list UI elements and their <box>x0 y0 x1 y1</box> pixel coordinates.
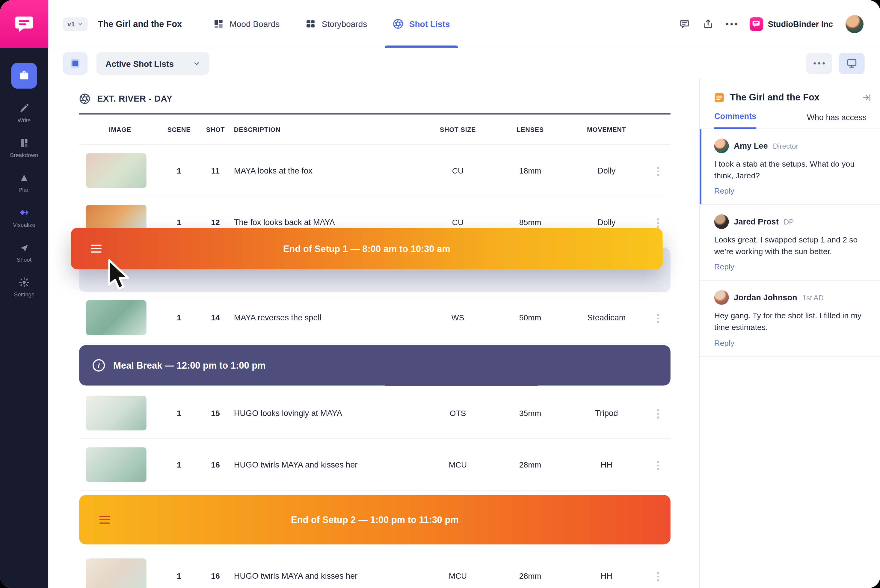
account-name: StudioBinder Inc <box>768 20 833 28</box>
shot-row[interactable]: 1 11 MAYA looks at the fox CU 18mm Dolly <box>79 145 670 196</box>
sidebar-item-shoot[interactable]: Shoot <box>17 242 31 262</box>
scene-heading-text: EXT. RIVER - DAY <box>97 94 172 104</box>
commenter-name: Jordan Johnson <box>734 293 797 302</box>
mountain-icon <box>19 172 30 183</box>
shot-list-selector[interactable]: Active Shot Lists <box>96 52 209 75</box>
reply-link[interactable]: Reply <box>714 262 869 271</box>
scene-heading: EXT. RIVER - DAY <box>79 93 699 104</box>
shot-size: MCU <box>423 571 493 580</box>
col-shot-size: SHOT SIZE <box>423 126 493 132</box>
gear-icon <box>19 277 30 288</box>
tab-comments[interactable]: Comments <box>714 112 756 129</box>
row-menu-button[interactable] <box>654 458 663 473</box>
sidebar-item-write[interactable]: Write <box>18 103 31 123</box>
col-scene: SCENE <box>161 126 197 132</box>
aperture-icon <box>393 19 403 29</box>
banner-label: End of Setup 1 — 8:00 am to 10:30 am <box>283 243 450 254</box>
overflow-menu-button[interactable] <box>726 23 737 25</box>
shot-row[interactable]: 1 16 HUGO twirls MAYA and kisses her MCU… <box>79 439 670 490</box>
shot-lenses: 35mm <box>493 408 567 417</box>
tab-label: Shot Lists <box>409 19 450 29</box>
scene-number: 1 <box>161 408 197 417</box>
setup-banner-2[interactable]: End of Setup 2 — 1:00 pm to 11:30 pm <box>79 495 670 544</box>
sidebar-item-settings[interactable]: Settings <box>14 277 34 297</box>
shot-row[interactable]: 1 15 HUGO looks lovingly at MAYA OTS 35m… <box>79 387 670 439</box>
row-menu-button[interactable] <box>654 568 663 584</box>
shot-thumbnail[interactable] <box>86 447 147 482</box>
sidebar-item-plan[interactable]: Plan <box>19 172 30 193</box>
shot-description: HUGO looks lovingly at MAYA <box>234 408 423 417</box>
present-icon <box>846 58 857 69</box>
tab-who-has-access[interactable]: Who has access <box>807 112 867 128</box>
panel-title: The Girl and the Fox <box>730 92 820 103</box>
shot-size: OTS <box>423 408 493 417</box>
shot-thumbnail[interactable] <box>86 395 147 430</box>
pen-icon <box>19 103 30 114</box>
sidebar-item-shot-lists[interactable] <box>11 63 37 89</box>
shot-movement: HH <box>567 571 646 580</box>
account-switcher[interactable]: StudioBinder Inc <box>750 17 833 31</box>
meal-break-banner[interactable]: i Meal Break — 12:00 pm to 1:00 pm <box>79 345 670 386</box>
drag-handle-icon[interactable] <box>99 516 110 524</box>
studiobinder-logo[interactable] <box>0 0 48 48</box>
chevron-down-icon <box>193 60 200 67</box>
reply-link[interactable]: Reply <box>714 338 869 347</box>
scene-number: 1 <box>161 571 197 580</box>
version-selector[interactable]: v1 <box>63 17 88 31</box>
shot-thumbnail[interactable] <box>86 153 147 188</box>
info-icon: i <box>93 359 105 371</box>
view-toggle-button[interactable] <box>63 52 87 75</box>
comment-item[interactable]: Jared Prost DP Looks great. I swapped se… <box>700 205 880 281</box>
shot-description: HUGO twirls MAYA and kisses her <box>234 571 423 580</box>
tab-storyboards[interactable]: Storyboards <box>306 0 367 48</box>
project-title: The Girl and the Fox <box>98 19 182 29</box>
shot-movement: Tripod <box>567 408 646 417</box>
banner-label: Meal Break — 12:00 pm to 1:00 pm <box>113 360 265 371</box>
sidebar-item-breakdown[interactable]: Breakdown <box>10 138 38 158</box>
send-icon <box>19 242 30 253</box>
comment-item[interactable]: Amy Lee Director I took a stab at the se… <box>700 129 880 205</box>
shot-size: CU <box>423 218 493 226</box>
row-menu-button[interactable] <box>654 406 663 422</box>
shot-thumbnail[interactable] <box>86 300 147 335</box>
commenter-avatar <box>714 214 729 229</box>
sidebar-item-visualize[interactable]: Visualize <box>13 207 35 228</box>
shot-thumbnail[interactable] <box>86 558 147 588</box>
shot-lenses: 28mm <box>493 571 567 580</box>
tab-label: Storyboards <box>322 19 367 29</box>
reply-link[interactable]: Reply <box>714 186 869 195</box>
drag-drop-zone: End of Setup 1 — 8:00 am to 10:30 am <box>79 248 670 292</box>
comment-text: I took a stab at the setups. What do you… <box>714 158 869 182</box>
collapse-panel-button[interactable] <box>862 93 871 102</box>
commenter-avatar <box>714 290 729 305</box>
panel-tabs: Comments Who has access <box>700 103 880 129</box>
comment-item[interactable]: Jordan Johnson 1st AD Hey gang. Ty for t… <box>700 281 880 357</box>
mood-boards-icon <box>213 19 224 29</box>
storyboards-icon <box>306 19 316 29</box>
row-menu-button[interactable] <box>654 164 663 179</box>
col-image: IMAGE <box>79 126 161 132</box>
comments-button[interactable] <box>679 18 690 29</box>
user-avatar[interactable] <box>845 15 863 33</box>
shot-number: 16 <box>197 571 234 580</box>
shot-number: 16 <box>197 460 234 469</box>
tab-mood-boards[interactable]: Mood Boards <box>213 0 280 48</box>
list-options-button[interactable] <box>806 53 832 74</box>
col-movement: MOVEMENT <box>567 126 646 132</box>
shot-movement: HH <box>567 460 646 469</box>
comment-bubble-icon <box>679 18 690 29</box>
setup-banner-1[interactable]: End of Setup 1 — 8:00 am to 10:30 am <box>71 228 663 269</box>
sidebar-item-label: Settings <box>14 291 34 298</box>
drag-handle-icon[interactable] <box>91 244 102 253</box>
row-menu-button[interactable] <box>654 310 663 326</box>
app-window: Write Breakdown Plan Visualize Shoot Set… <box>0 0 880 588</box>
tab-shot-lists[interactable]: Shot Lists <box>393 0 450 48</box>
banner-label: End of Setup 2 — 1:00 pm to 11:30 pm <box>291 514 459 525</box>
share-button[interactable] <box>702 18 714 29</box>
present-button[interactable] <box>839 53 864 74</box>
shot-row[interactable]: 1 14 MAYA reverses the spell WS 50mm Ste… <box>79 292 670 344</box>
version-label: v1 <box>67 20 75 28</box>
comment-text: Hey gang. Ty for the shot list. I filled… <box>714 310 869 333</box>
shot-lenses: 50mm <box>493 313 567 322</box>
shot-row[interactable]: 1 16 HUGO twirls MAYA and kisses her MCU… <box>79 550 670 588</box>
